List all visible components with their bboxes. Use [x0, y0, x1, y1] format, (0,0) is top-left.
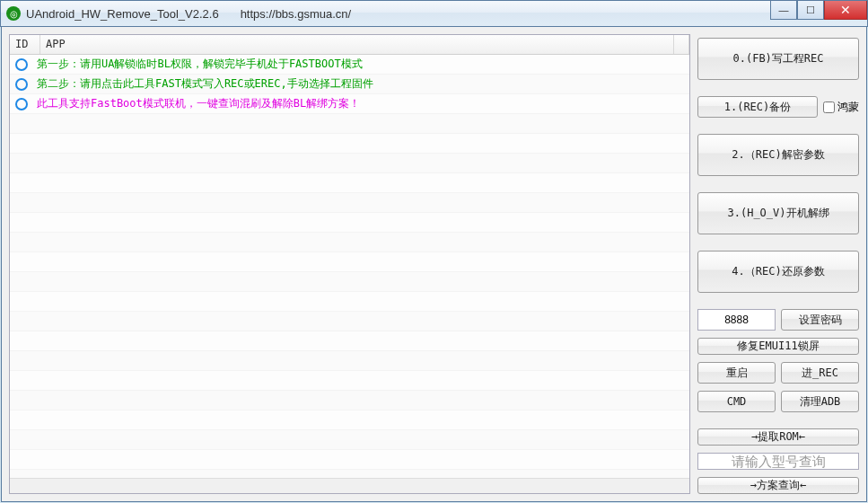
list-item-text: 此工具支持FastBoot模式联机，一键查询混刷及解除BL解绑方案！	[37, 96, 360, 111]
rec-backup-button[interactable]: 1.(REC)备份	[697, 96, 818, 118]
empty-row	[10, 233, 689, 252]
titlebar: ◎ UAndroid_HW_Remove_Tool_V2.2.6 https:/…	[0, 0, 868, 27]
list-item-text: 第一步：请用UA解锁临时BL权限，解锁完毕手机处于FASTBOOT模式	[37, 57, 363, 72]
empty-row	[10, 430, 689, 450]
client-area: ID APP 第一步：请用UA解锁临时BL权限，解锁完毕手机处于FASTBOOT…	[1, 27, 867, 502]
empty-row	[10, 154, 689, 173]
fb-write-rec-button[interactable]: 0.(FB)写工程REC	[697, 38, 859, 80]
list-item-text: 第二步：请用点击此工具FAST模式写入REC或EREC,手动选择工程固件	[37, 76, 373, 92]
list-item[interactable]: 第一步：请用UA解锁临时BL权限，解锁完毕手机处于FASTBOOT模式	[10, 55, 689, 75]
empty-row	[10, 470, 689, 478]
cmd-button[interactable]: CMD	[697, 391, 776, 412]
rec-decrypt-button[interactable]: 2.（REC)解密参数	[697, 134, 859, 176]
empty-row	[10, 272, 689, 292]
empty-row	[10, 213, 689, 233]
model-search-input[interactable]	[697, 453, 859, 470]
list-item[interactable]: 第二步：请用点击此工具FAST模式写入REC或EREC,手动选择工程固件	[10, 75, 689, 94]
minimize-button[interactable]: —	[770, 1, 797, 20]
rec-restore-button[interactable]: 4.（REC)还原参数	[697, 251, 859, 293]
clear-adb-button[interactable]: 清理ADB	[781, 391, 859, 412]
hov-unlock-button[interactable]: 3.(H_O_V)开机解绑	[697, 192, 859, 234]
empty-row	[10, 292, 689, 312]
plan-query-button[interactable]: →方案查询←	[697, 477, 859, 494]
empty-row	[10, 134, 689, 154]
list-header: ID APP	[10, 35, 689, 55]
hongmeng-checkbox-wrap[interactable]: 鸿蒙	[823, 96, 859, 118]
extract-rom-button[interactable]: →提取ROM←	[697, 428, 859, 446]
radio-icon	[15, 98, 28, 110]
empty-row	[10, 114, 689, 134]
list-body: 第一步：请用UA解锁临时BL权限，解锁完毕手机处于FASTBOOT模式第二步：请…	[10, 55, 689, 478]
log-list: ID APP 第一步：请用UA解锁临时BL权限，解锁完毕手机处于FASTBOOT…	[9, 34, 690, 494]
empty-row	[10, 371, 689, 391]
app-icon: ◎	[6, 6, 21, 21]
window-controls: — ☐ ✕	[770, 1, 867, 20]
hongmeng-checkbox[interactable]	[823, 101, 835, 113]
enter-rec-button[interactable]: 进_REC	[781, 362, 859, 384]
empty-row	[10, 410, 689, 430]
col-header-app[interactable]: APP	[40, 35, 674, 54]
radio-icon	[15, 78, 28, 91]
empty-row	[10, 331, 689, 351]
empty-row	[10, 351, 689, 371]
col-header-scroll	[674, 35, 689, 54]
empty-row	[10, 391, 689, 410]
sidebar: 0.(FB)写工程REC 1.(REC)备份 鸿蒙 2.（REC)解密参数 3.…	[697, 34, 859, 494]
empty-row	[10, 193, 689, 213]
col-header-id[interactable]: ID	[10, 35, 40, 54]
empty-row	[10, 252, 689, 272]
empty-row	[10, 173, 689, 193]
set-password-button[interactable]: 设置密码	[781, 309, 859, 331]
window-url: https://bbs.gsmua.cn/	[241, 7, 352, 21]
horizontal-scrollbar[interactable]	[10, 478, 689, 493]
radio-icon	[15, 58, 28, 71]
maximize-button[interactable]: ☐	[797, 1, 824, 20]
empty-row	[10, 312, 689, 331]
list-item[interactable]: 此工具支持FastBoot模式联机，一键查询混刷及解除BL解绑方案！	[10, 94, 689, 114]
empty-row	[10, 450, 689, 470]
reboot-button[interactable]: 重启	[697, 362, 776, 384]
hongmeng-label: 鸿蒙	[837, 100, 859, 115]
fix-emui-button[interactable]: 修复EMUI11锁屏	[697, 338, 859, 355]
password-input[interactable]	[697, 309, 776, 331]
window-title: UAndroid_HW_Remove_Tool_V2.2.6	[26, 7, 219, 21]
close-button[interactable]: ✕	[824, 1, 867, 20]
